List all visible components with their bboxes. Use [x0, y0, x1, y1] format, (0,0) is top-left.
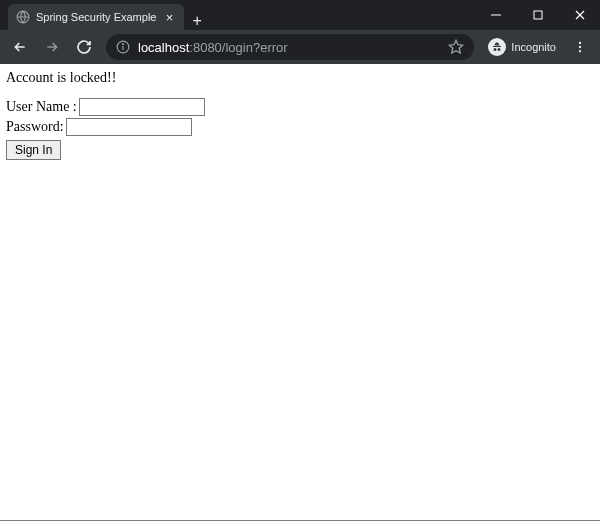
username-label: User Name : [6, 99, 77, 115]
username-input[interactable] [79, 98, 205, 116]
svg-point-9 [579, 42, 581, 44]
browser-toolbar: localhost:8080/login?error Incognito [0, 30, 600, 64]
username-row: User Name : [6, 98, 594, 116]
window-title-bar: Spring Security Example × + [0, 0, 600, 30]
login-form: User Name : Password: Sign In [6, 98, 594, 160]
page-content: Account is locked!! User Name : Password… [0, 64, 600, 166]
svg-point-10 [579, 46, 581, 48]
sign-in-button[interactable]: Sign In [6, 140, 61, 160]
incognito-icon [488, 38, 506, 56]
error-message: Account is locked!! [6, 70, 594, 86]
tab-strip: Spring Security Example × + [0, 0, 210, 30]
back-button[interactable] [6, 33, 34, 61]
url-text: localhost:8080/login?error [138, 40, 440, 55]
new-tab-button[interactable]: + [184, 12, 209, 30]
close-window-button[interactable] [560, 0, 600, 30]
reload-button[interactable] [70, 33, 98, 61]
address-bar[interactable]: localhost:8080/login?error [106, 34, 474, 60]
maximize-button[interactable] [518, 0, 558, 30]
browser-menu-button[interactable] [566, 33, 594, 61]
tab-title: Spring Security Example [36, 11, 156, 23]
close-tab-icon[interactable]: × [162, 10, 176, 25]
window-controls [476, 0, 600, 30]
password-input[interactable] [66, 118, 192, 136]
svg-rect-2 [534, 11, 542, 19]
minimize-button[interactable] [476, 0, 516, 30]
svg-point-7 [123, 44, 124, 45]
svg-point-11 [579, 50, 581, 52]
password-row: Password: [6, 118, 594, 136]
site-info-icon[interactable] [116, 40, 130, 54]
incognito-indicator[interactable]: Incognito [482, 38, 562, 56]
incognito-label: Incognito [511, 41, 556, 53]
url-path: /login?error [222, 40, 288, 55]
browser-tab[interactable]: Spring Security Example × [8, 4, 184, 30]
password-label: Password: [6, 119, 64, 135]
forward-button[interactable] [38, 33, 66, 61]
bookmark-star-icon[interactable] [448, 39, 464, 55]
svg-marker-8 [450, 40, 463, 53]
url-port: :8080 [189, 40, 222, 55]
url-host: localhost [138, 40, 189, 55]
globe-icon [16, 10, 30, 24]
